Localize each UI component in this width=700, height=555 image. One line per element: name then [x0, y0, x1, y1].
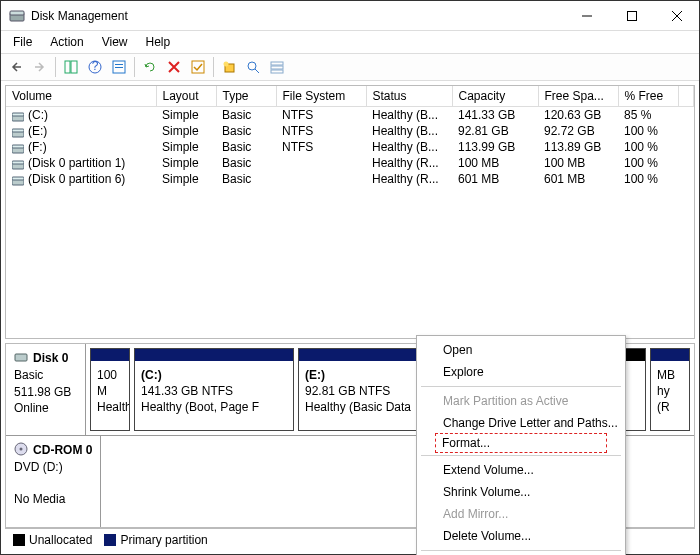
svg-rect-22 [12, 145, 24, 148]
cell-status: Healthy (R... [366, 171, 452, 187]
svg-rect-8 [115, 64, 123, 65]
partition-size: MB [657, 368, 675, 382]
partition-status: Healthy (Boot, Page F [141, 400, 259, 414]
col-volume[interactable]: Volume [6, 86, 156, 107]
table-row[interactable]: (F:)SimpleBasicNTFSHealthy (B...113.99 G… [6, 139, 694, 155]
context-menu: Open Explore Mark Partition as Active Ch… [416, 335, 626, 555]
table-row[interactable]: (C:)SimpleBasicNTFSHealthy (B...141.33 G… [6, 107, 694, 124]
disk-label[interactable]: Disk 0 Basic 511.98 GB Online [6, 344, 86, 435]
col-layout[interactable]: Layout [156, 86, 216, 107]
cell-pct: 100 % [618, 139, 678, 155]
menu-delete[interactable]: Delete Volume... [419, 525, 623, 547]
cell-layout: Simple [156, 107, 216, 124]
check-icon[interactable] [187, 56, 209, 78]
svg-rect-24 [12, 161, 24, 164]
menu-separator [421, 455, 621, 456]
menu-explore[interactable]: Explore [419, 361, 623, 383]
col-pctfree[interactable]: % Free [618, 86, 678, 107]
cell-fs [276, 155, 366, 171]
cell-fs [276, 171, 366, 187]
partition-body: 100 MHealth [91, 361, 129, 422]
partition[interactable]: (C:)141.33 GB NTFSHealthy (Boot, Page F [134, 348, 294, 431]
new-icon[interactable] [218, 56, 240, 78]
col-spacer [678, 86, 694, 107]
partition[interactable]: (E:)92.81 GB NTFSHealthy (Basic Data [298, 348, 428, 431]
svg-point-13 [248, 62, 256, 70]
toolbar: ? [1, 53, 699, 81]
find-icon[interactable] [242, 56, 264, 78]
cdrom-label[interactable]: CD-ROM 0 DVD (D:) No Media [6, 436, 101, 527]
svg-rect-15 [271, 66, 283, 69]
menu-action[interactable]: Action [42, 33, 91, 51]
cell-capacity: 601 MB [452, 171, 538, 187]
menu-help[interactable]: Help [138, 33, 179, 51]
col-capacity[interactable]: Capacity [452, 86, 538, 107]
forward-button[interactable] [29, 56, 51, 78]
cell-fs: NTFS [276, 107, 366, 124]
partition-body: MBhy (R [651, 361, 689, 422]
cell-layout: Simple [156, 123, 216, 139]
menu-open[interactable]: Open [419, 339, 623, 361]
app-icon [9, 8, 25, 24]
partition[interactable]: MBhy (R [650, 348, 690, 431]
volume-name: (F:) [28, 140, 47, 154]
menu-change-letter[interactable]: Change Drive Letter and Paths... [419, 412, 623, 434]
menu-shrink[interactable]: Shrink Volume... [419, 481, 623, 503]
partition-size: 100 M [97, 368, 117, 398]
table-row[interactable]: (Disk 0 partition 6)SimpleBasicHealthy (… [6, 171, 694, 187]
settings-icon[interactable] [108, 56, 130, 78]
svg-rect-2 [627, 11, 636, 20]
cdrom-icon [14, 442, 28, 456]
menu-format[interactable]: Format... [442, 436, 600, 450]
show-hide-tree-icon[interactable] [60, 56, 82, 78]
volume-icon [12, 143, 24, 153]
cell-status: Healthy (B... [366, 123, 452, 139]
list-icon[interactable] [266, 56, 288, 78]
volume-icon [12, 175, 24, 185]
table-row[interactable]: (Disk 0 partition 1)SimpleBasicHealthy (… [6, 155, 694, 171]
partition-header [135, 349, 293, 361]
col-type[interactable]: Type [216, 86, 276, 107]
disk-type: Basic [14, 368, 43, 382]
volume-name: (E:) [28, 124, 47, 138]
menu-extend[interactable]: Extend Volume... [419, 459, 623, 481]
help-icon[interactable]: ? [84, 56, 106, 78]
maximize-button[interactable] [609, 1, 654, 30]
cell-free: 92.72 GB [538, 123, 618, 139]
svg-rect-27 [15, 354, 27, 361]
partition-header [651, 349, 689, 361]
partition-body: (E:)92.81 GB NTFSHealthy (Basic Data [299, 361, 427, 422]
partition-title: (C:) [141, 368, 162, 382]
refresh-icon[interactable] [139, 56, 161, 78]
menu-view[interactable]: View [94, 33, 136, 51]
table-row[interactable]: (E:)SimpleBasicNTFSHealthy (B...92.81 GB… [6, 123, 694, 139]
cell-type: Basic [216, 123, 276, 139]
cell-type: Basic [216, 139, 276, 155]
svg-rect-20 [12, 129, 24, 132]
cell-pct: 85 % [618, 107, 678, 124]
col-freespace[interactable]: Free Spa... [538, 86, 618, 107]
cell-capacity: 100 MB [452, 155, 538, 171]
volume-icon [12, 127, 24, 137]
delete-icon[interactable] [163, 56, 185, 78]
volume-name: (Disk 0 partition 6) [28, 172, 125, 186]
menu-file[interactable]: File [5, 33, 40, 51]
close-button[interactable] [654, 1, 699, 30]
cell-layout: Simple [156, 139, 216, 155]
cell-capacity: 141.33 GB [452, 107, 538, 124]
partition[interactable]: 100 MHealth [90, 348, 130, 431]
svg-point-12 [224, 62, 229, 67]
col-status[interactable]: Status [366, 86, 452, 107]
col-filesystem[interactable]: File System [276, 86, 366, 107]
volume-icon [12, 111, 24, 121]
cell-free: 601 MB [538, 171, 618, 187]
svg-rect-10 [192, 61, 204, 73]
titlebar: Disk Management [1, 1, 699, 31]
svg-text:?: ? [92, 60, 99, 73]
legend-primary: Primary partition [104, 533, 207, 547]
svg-rect-14 [271, 62, 283, 65]
back-button[interactable] [5, 56, 27, 78]
volume-name: (Disk 0 partition 1) [28, 156, 125, 170]
cell-layout: Simple [156, 171, 216, 187]
minimize-button[interactable] [564, 1, 609, 30]
